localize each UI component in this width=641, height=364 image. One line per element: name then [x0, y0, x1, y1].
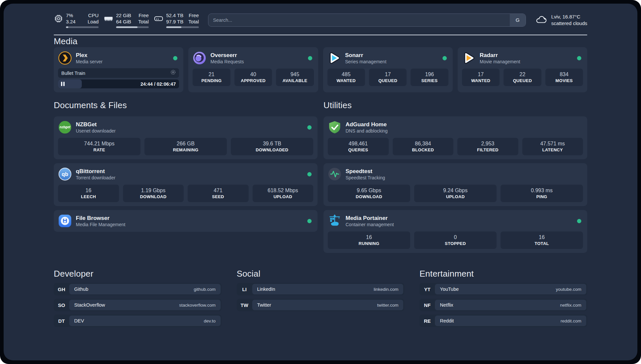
- bookmark-name: LinkedIn: [257, 287, 275, 292]
- app-name: Speedtest: [346, 168, 385, 175]
- search-engine-button[interactable]: G: [510, 14, 526, 26]
- app-subtitle: Movie management: [480, 59, 520, 65]
- stat-value: 2,953: [459, 140, 517, 147]
- bookmark-name: StackOverflow: [74, 302, 105, 308]
- bookmark-dev[interactable]: DT DEV dev.to: [54, 315, 222, 327]
- disk-label-2: Total: [188, 18, 199, 25]
- stat-box: 0 STOPPED: [414, 231, 497, 249]
- app-card-qbittorrent[interactable]: qb qBittorrent Torrent downloader 16 LEE…: [54, 163, 318, 206]
- search-input[interactable]: [208, 17, 510, 23]
- app-card-speedtest[interactable]: Speedtest Speedtest Tracking 9.65 Gbps D…: [323, 163, 587, 206]
- bookmark-twitter[interactable]: TW Twitter twitter.com: [237, 299, 405, 311]
- memory-total: 64 GiB: [116, 18, 131, 25]
- stat-box: 9.24 Gbps UPLOAD: [414, 185, 497, 202]
- portainer-icon: [328, 214, 342, 228]
- app-card-adguard[interactable]: AdGuard Home DNS and adblocking 498,461 …: [323, 116, 587, 159]
- documents-section: Documents & Files nzbget NZBGet U: [54, 99, 318, 232]
- stat-value: 47.571 ms: [524, 140, 582, 147]
- overseerr-icon: [193, 51, 206, 65]
- stat-value: 196: [412, 71, 447, 78]
- memory-progress-fill: [116, 26, 137, 28]
- stat-value: 9.24 Gbps: [415, 187, 495, 194]
- weather-widget: Lviv, 16.87°C scattered clouds: [535, 14, 587, 27]
- stat-label: REMAINING: [146, 147, 226, 153]
- bookmark-url: stackoverflow.com: [179, 303, 215, 308]
- section-title-developer: Developer: [54, 268, 222, 280]
- stat-box: 22 QUEUED: [504, 69, 541, 86]
- bookmark-url: netflix.com: [560, 303, 581, 308]
- bookmark-stackoverflow[interactable]: SO StackOverflow stackoverflow.com: [54, 299, 222, 311]
- sonarr-icon: [327, 51, 341, 65]
- app-subtitle: DNS and adblocking: [346, 128, 388, 134]
- bookmark-abbr: LI: [237, 283, 252, 295]
- stat-box: 744.21 Mbps RATE: [58, 138, 140, 155]
- stat-label: WANTED: [329, 78, 364, 83]
- plex-icon: [58, 51, 72, 65]
- stat-value: 16: [329, 234, 409, 241]
- stat-label: BLOCKED: [394, 147, 452, 153]
- stat-label: RUNNING: [329, 241, 409, 246]
- bookmark-netflix[interactable]: NF Netflix netflix.com: [419, 299, 587, 311]
- stat-value: 16: [59, 187, 118, 194]
- stat-label: SEED: [189, 194, 247, 199]
- stat-box: 16 TOTAL: [501, 231, 583, 249]
- stat-box: 2,953 FILTERED: [457, 138, 518, 155]
- stat-box: 618.52 Mbps UPLOAD: [253, 185, 314, 202]
- stat-label: DOWNLOADED: [232, 147, 312, 153]
- stat-value: 16: [502, 234, 582, 241]
- stat-label: RATE: [59, 147, 139, 153]
- cpu-icon: [54, 14, 63, 23]
- bookmark-name: Twitter: [257, 302, 271, 308]
- app-card-sonarr[interactable]: Sonarr Series management 485 WANTED 17 Q…: [323, 47, 453, 92]
- bookmark-github[interactable]: GH Github github.com: [54, 283, 222, 295]
- weather-condition: scattered clouds: [551, 20, 587, 27]
- status-dot: [577, 56, 581, 60]
- bookmark-name: Reddit: [440, 318, 454, 323]
- bookmark-youtube[interactable]: YT YouTube youtube.com: [419, 283, 587, 295]
- speedtest-icon: [328, 167, 342, 181]
- stat-value: 834: [547, 71, 582, 78]
- app-name: AdGuard Home: [346, 121, 388, 128]
- stat-box: 39.6 TB DOWNLOADED: [231, 138, 313, 155]
- stat-label: QUERIES: [329, 147, 387, 153]
- app-card-filebrowser[interactable]: File Browser Media File Management: [54, 210, 318, 232]
- stat-box: 47.571 ms LATENCY: [522, 138, 583, 155]
- bookmark-abbr: YT: [419, 283, 435, 295]
- app-card-overseerr[interactable]: Overseerr Media Requests 21 PENDING 40 A…: [188, 47, 318, 92]
- app-card-nzbget[interactable]: nzbget NZBGet Usenet downloader 744.21 M…: [54, 116, 318, 159]
- memory-progress-bar: [116, 26, 149, 28]
- stat-box: 9.65 Gbps DOWNLOAD: [328, 185, 410, 202]
- stat-value: 9.65 Gbps: [329, 187, 409, 194]
- utilities-section: Utilities: [323, 99, 587, 253]
- bookmark-linkedin[interactable]: LI LinkedIn linkedin.com: [237, 283, 405, 295]
- app-card-plex[interactable]: Plex Media server Bullet Train: [54, 47, 183, 92]
- stat-value: 22: [505, 71, 540, 78]
- app-subtitle: Media Requests: [210, 59, 244, 65]
- stat-box: 21 PENDING: [193, 69, 230, 86]
- stat-label: QUEUED: [370, 78, 405, 83]
- app-card-radarr[interactable]: Radarr Movie management 17 WANTED 22 QUE…: [458, 47, 587, 92]
- status-dot: [173, 56, 177, 60]
- bookmark-reddit[interactable]: RE Reddit reddit.com: [419, 315, 587, 327]
- stat-value: 945: [277, 71, 312, 78]
- app-card-portainer[interactable]: Media Portainer Container management 16 …: [323, 210, 587, 253]
- cloud-icon: [535, 15, 547, 26]
- bookmark-abbr: TW: [237, 299, 252, 311]
- bookmark-url: dev.to: [204, 318, 216, 323]
- middle-grid: Documents & Files nzbget NZBGet U: [54, 99, 587, 253]
- stat-label: DOWNLOAD: [124, 194, 183, 199]
- section-title-social: Social: [237, 268, 405, 280]
- stat-label: PING: [502, 194, 582, 199]
- stat-value: 498,461: [329, 140, 387, 147]
- bookmark-url: github.com: [194, 287, 216, 292]
- bookmark-url: twitter.com: [377, 303, 399, 308]
- app-subtitle: Speedtest Tracking: [346, 175, 385, 181]
- pause-icon[interactable]: [61, 82, 65, 86]
- status-dot: [577, 219, 581, 223]
- bookmark-abbr: SO: [54, 299, 69, 311]
- disk-icon: [154, 14, 163, 23]
- stat-box: 16 RUNNING: [328, 231, 410, 249]
- playback-time: 24:44 / 02:06:47: [140, 81, 176, 87]
- app-subtitle: Media server: [76, 59, 103, 65]
- adguard-icon: [328, 120, 342, 134]
